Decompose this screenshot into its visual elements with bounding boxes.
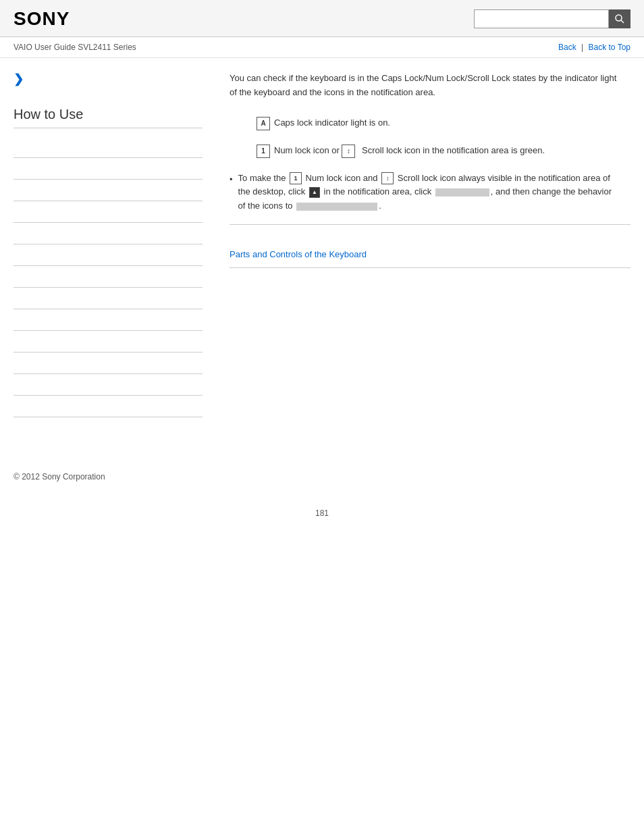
sidebar-section-title: How to Use (14, 107, 203, 128)
guide-title: VAIO User Guide SVL2411 Series (14, 43, 136, 52)
list-item (14, 244, 203, 266)
sidebar-link[interactable] (14, 380, 16, 390)
sidebar-link[interactable] (14, 337, 16, 346)
sidebar: ❯ How to Use (14, 72, 216, 417)
copyright: © 2012 Sony Corporation (14, 472, 105, 481)
list-item (14, 331, 203, 353)
sidebar-link[interactable] (14, 251, 16, 260)
nav-separator: | (581, 43, 583, 52)
search-input[interactable] (474, 9, 609, 28)
footer: © 2012 Sony Corporation (0, 458, 644, 495)
num-lock-icon: 1 (257, 145, 270, 158)
list-item (14, 374, 203, 396)
caps-lock-icon: A (257, 117, 270, 130)
sidebar-link[interactable] (14, 272, 16, 282)
check2-text: Num lock icon or ↕ Scroll lock icon in t… (274, 144, 630, 158)
sidebar-link[interactable] (14, 164, 16, 174)
back-to-top-link[interactable]: Back to Top (589, 43, 630, 52)
svg-point-0 (616, 15, 622, 21)
list-item (14, 136, 203, 158)
check1-text: Caps lock indicator light is on. (274, 116, 630, 130)
search-button[interactable] (609, 9, 630, 28)
search-icon (614, 14, 625, 24)
list-item (14, 396, 203, 417)
content-area: You can check if the keyboard is in the … (216, 72, 630, 417)
num-lock-inline-icon: 1 (290, 172, 302, 184)
list-item (14, 309, 203, 331)
check-item-num-lock: 1 Num lock icon or ↕ Scroll lock icon in… (230, 144, 630, 158)
sidebar-link[interactable] (14, 186, 16, 195)
main-layout: ❯ How to Use You can check if the keyboa… (0, 58, 644, 431)
sidebar-link[interactable] (14, 142, 16, 152)
list-item (14, 158, 203, 180)
content-intro: You can check if the keyboard is in the … (230, 72, 621, 100)
back-link[interactable]: Back (558, 43, 576, 52)
sidebar-link[interactable] (14, 229, 16, 238)
sony-logo: SONY (14, 8, 70, 30)
bullet-section: • To make the 1 Num lock icon and ↕ Scro… (230, 172, 630, 225)
list-item (14, 288, 203, 309)
scroll-lock-inline-icon: ↕ (381, 172, 394, 184)
bullet-item: • To make the 1 Num lock icon and ↕ Scro… (230, 172, 621, 213)
header: SONY (0, 0, 644, 37)
page-number: 181 (0, 495, 644, 531)
nav-links: Back | Back to Top (558, 43, 630, 52)
svg-line-1 (621, 20, 624, 23)
sidebar-link[interactable] (14, 315, 16, 325)
sidebar-link[interactable] (14, 402, 16, 411)
notification-arrow-icon: ▲ (309, 187, 320, 198)
parts-and-controls-link[interactable]: Parts and Controls of the Keyboard (230, 249, 367, 259)
nav-bar: VAIO User Guide SVL2411 Series Back | Ba… (0, 37, 644, 58)
list-item (14, 353, 203, 374)
sidebar-links (14, 136, 203, 417)
bullet-dot: • (230, 173, 233, 187)
list-item (14, 266, 203, 288)
list-item (14, 223, 203, 244)
related-link-section: Parts and Controls of the Keyboard (230, 241, 630, 268)
blank-field-2 (296, 203, 377, 211)
sidebar-link[interactable] (14, 207, 16, 217)
sidebar-link[interactable] (14, 294, 16, 303)
sidebar-chevron[interactable]: ❯ (14, 72, 203, 86)
list-item (14, 180, 203, 201)
bullet-text: To make the 1 Num lock icon and ↕ Scroll… (238, 172, 621, 213)
search-area (474, 9, 630, 28)
sidebar-link[interactable] (14, 359, 16, 368)
list-item (14, 201, 203, 223)
scroll-lock-icon: ↕ (342, 145, 355, 158)
blank-field-1 (435, 188, 489, 197)
check-item-caps-lock: A Caps lock indicator light is on. (230, 116, 630, 130)
